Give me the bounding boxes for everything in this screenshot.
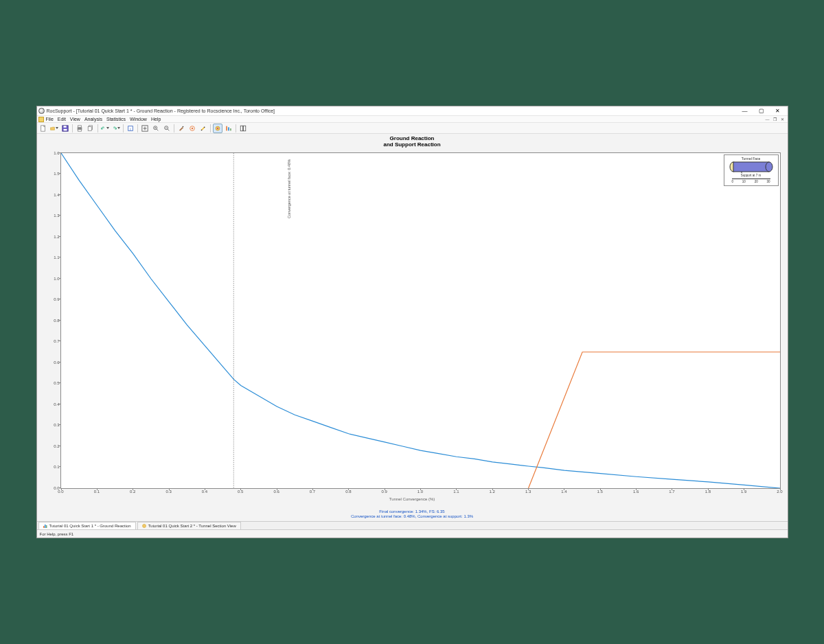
project-settings-button[interactable]: [176, 124, 186, 133]
menu-bar: File Edit View Analysis Statistics Windo…: [37, 116, 788, 123]
support-parameters-button[interactable]: [198, 124, 208, 133]
convergence-marker-label: Convergence at tunnel face: 0.48%: [287, 159, 291, 218]
mdi-close-button[interactable]: ✕: [779, 117, 786, 122]
app-window: RocSupport - [Tutorial 01 Quick Start 1 …: [36, 106, 788, 538]
menu-view[interactable]: View: [70, 117, 80, 122]
close-button[interactable]: ✕: [770, 107, 786, 115]
plot-canvas: [61, 153, 780, 488]
minimize-button[interactable]: —: [737, 107, 753, 115]
menus: File Edit View Analysis Statistics Windo…: [46, 117, 764, 122]
inset-support-note: Support at 7 m: [741, 174, 762, 177]
toolbar: i: [37, 123, 788, 134]
svg-rect-30: [733, 162, 769, 172]
svg-rect-26: [240, 126, 242, 131]
tunnel-section-view-button[interactable]: [224, 124, 233, 133]
svg-rect-5: [78, 125, 81, 127]
new-file-button[interactable]: [38, 124, 48, 133]
menu-analysis[interactable]: Analysis: [84, 117, 102, 122]
zoom-out-button[interactable]: [162, 124, 172, 133]
copy-button[interactable]: [86, 124, 95, 133]
svg-line-13: [157, 129, 158, 130]
statusbar-text: For Help, press F1: [40, 532, 74, 536]
svg-rect-35: [46, 525, 47, 528]
title-text: RocSupport - [Tutorial 01 Quick Start 1 …: [47, 108, 737, 113]
svg-point-19: [201, 129, 202, 130]
menu-file[interactable]: File: [46, 117, 54, 122]
info-button[interactable]: i: [126, 124, 135, 133]
summary-line1: Final convergence: 1.34%, FS: 6.35: [37, 509, 788, 514]
tab-label-0: Tutorial 01 Quick Start 1 * - Ground Rea…: [49, 524, 131, 528]
x-axis-label: Tunnel Convergence (%): [389, 497, 435, 501]
svg-rect-27: [243, 126, 245, 131]
plot-frame[interactable]: Tunnel Face Support at 7 m 0 10 20 30: [60, 152, 781, 489]
client-area: Ground Reaction and Support Reaction Sup…: [37, 134, 788, 521]
statusbar: For Help, press F1: [37, 529, 788, 538]
svg-point-31: [766, 162, 772, 172]
maximize-button[interactable]: ▢: [753, 107, 770, 115]
menu-edit[interactable]: Edit: [58, 117, 66, 122]
tab-tunnel-section[interactable]: Tutorial 01 Quick Start 2 * - Tunnel Sec…: [137, 522, 241, 529]
tab-label-1: Tutorial 01 Quick Start 2 * - Tunnel Sec…: [148, 524, 236, 528]
zoom-extents-button[interactable]: [140, 124, 150, 133]
tab-icon-tunnel: [142, 524, 146, 528]
svg-rect-23: [226, 126, 227, 130]
summary-line2: Convergence at tunnel face: 0.48%, Conve…: [37, 514, 788, 519]
chart-title-line2: and Support Reaction: [37, 142, 788, 148]
tile-windows-button[interactable]: [238, 124, 248, 133]
tunnel-illustration-icon: [728, 161, 775, 173]
svg-line-15: [168, 129, 169, 130]
tab-icon-chart: [43, 524, 47, 528]
redo-button[interactable]: [111, 124, 121, 133]
svg-rect-2: [63, 128, 67, 130]
svg-point-18: [191, 127, 193, 129]
inset-ruler: 0 10 20 30: [732, 179, 770, 183]
titlebar: RocSupport - [Tutorial 01 Quick Start 1 …: [37, 106, 788, 116]
document-icon: [38, 117, 44, 122]
mdi-controls: — ❐ ✕: [764, 117, 786, 122]
menu-window[interactable]: Window: [130, 117, 147, 122]
inset-ruler-20: 20: [755, 180, 758, 183]
svg-rect-8: [88, 126, 91, 130]
summary-text: Final convergence: 1.34%, FS: 6.35 Conve…: [37, 508, 788, 521]
svg-point-16: [182, 126, 183, 127]
save-file-button[interactable]: [60, 124, 70, 133]
zoom-in-button[interactable]: [151, 124, 161, 133]
svg-rect-24: [228, 127, 229, 130]
mdi-minimize-button[interactable]: —: [764, 117, 771, 122]
tab-ground-reaction[interactable]: Tutorial 01 Quick Start 1 * - Ground Rea…: [38, 522, 136, 529]
chart-title: Ground Reaction and Support Reaction: [37, 134, 788, 150]
inset-ruler-10: 10: [742, 180, 746, 183]
svg-rect-3: [63, 126, 66, 128]
svg-rect-0: [41, 125, 45, 130]
inset-panel: Tunnel Face Support at 7 m 0 10 20 30: [724, 154, 779, 186]
svg-rect-6: [78, 129, 81, 131]
svg-point-36: [142, 525, 146, 528]
window-controls: — ▢ ✕: [737, 107, 786, 115]
inset-ruler-30: 30: [766, 180, 770, 183]
svg-point-22: [217, 128, 218, 129]
svg-rect-25: [230, 128, 231, 130]
document-tabs: Tutorial 01 Quick Start 1 * - Ground Rea…: [37, 521, 788, 529]
inset-ruler-0: 0: [732, 180, 734, 183]
svg-point-20: [203, 126, 205, 128]
open-file-button[interactable]: [49, 124, 59, 133]
menu-statistics[interactable]: Statistics: [106, 117, 126, 122]
svg-text:i: i: [130, 126, 130, 130]
menu-help[interactable]: Help: [151, 117, 161, 122]
plot-wrap: Support Pressure (MPa) Tunnel Convergenc…: [40, 150, 785, 508]
undo-button[interactable]: [100, 124, 110, 133]
print-button[interactable]: [75, 124, 84, 133]
svg-rect-34: [45, 525, 46, 528]
svg-rect-33: [43, 526, 45, 528]
mdi-restore-button[interactable]: ❐: [772, 117, 779, 122]
app-icon: [38, 108, 45, 114]
tunnel-parameters-button[interactable]: [187, 124, 197, 133]
ground-reaction-view-button[interactable]: [213, 124, 222, 133]
